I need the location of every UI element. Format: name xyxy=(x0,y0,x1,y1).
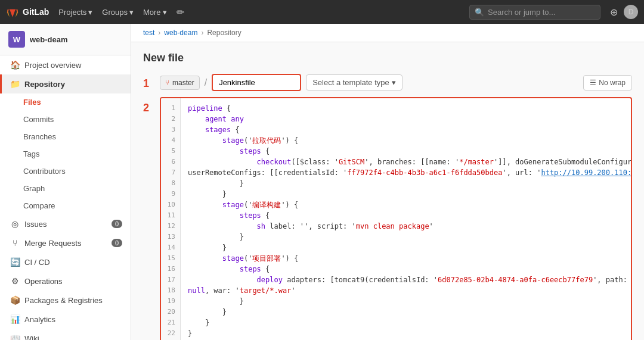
top-navigation: GitLab Projects ▾ Groups ▾ More ▾ ✏ 🔍 ⊕ … xyxy=(0,0,644,24)
gitlab-wordmark: GitLab xyxy=(23,7,49,17)
breadcrumb-test[interactable]: test xyxy=(143,29,154,37)
sidebar-item-cicd[interactable]: 🔄 CI / CD xyxy=(0,252,131,272)
sidebar-item-packages[interactable]: 📦 Packages & Registries xyxy=(0,291,131,310)
chevron-down-icon: ▾ xyxy=(163,8,167,17)
sidebar-sub-label: Files xyxy=(23,98,41,107)
nowrap-icon: ☰ xyxy=(590,79,596,87)
wiki-icon: 📖 xyxy=(10,333,20,340)
operations-icon: ⚙ xyxy=(10,276,20,286)
breadcrumb: test › web-deam › Repository xyxy=(131,24,644,42)
step1-label: 1 xyxy=(143,77,149,90)
code-editor-wrapper: 12345678910111213141516171819202122 pipe… xyxy=(160,97,632,340)
sidebar-item-label: Wiki xyxy=(24,334,39,341)
chevron-icon: ▾ xyxy=(392,78,396,87)
merge-icon: ⑂ xyxy=(10,238,20,248)
sidebar-item-project-overview[interactable]: 🏠 Project overview xyxy=(0,55,131,74)
activity-icon[interactable]: ✏ xyxy=(177,7,184,18)
search-icon: 🔍 xyxy=(475,8,484,17)
sidebar-item-wiki[interactable]: 📖 Wiki xyxy=(0,329,131,340)
sidebar-item-compare[interactable]: Compare xyxy=(0,197,131,214)
issues-badge: 0 xyxy=(112,220,122,228)
sidebar: W web-deam 🏠 Project overview 📁 Reposito… xyxy=(0,24,131,340)
search-input[interactable] xyxy=(488,8,595,17)
line-numbers: 12345678910111213141516171819202122 xyxy=(161,98,181,340)
merge-badge: 0 xyxy=(112,239,122,247)
analytics-icon: 📊 xyxy=(10,314,20,324)
breadcrumb-sep: › xyxy=(158,29,160,37)
chevron-down-icon: ▾ xyxy=(129,8,134,17)
sidebar-item-label: Issues xyxy=(24,220,47,229)
folder-icon: 📁 xyxy=(10,79,20,89)
sidebar-sub-label: Tags xyxy=(23,149,39,158)
branch-row: ⑂ master / Select a template type ▾ ☰ No… xyxy=(160,74,632,91)
sidebar-item-graph[interactable]: Graph xyxy=(0,180,131,197)
more-menu[interactable]: More ▾ xyxy=(143,8,167,17)
step2-label: 2 xyxy=(143,102,149,114)
sidebar-sub-label: Contributors xyxy=(23,167,66,176)
nowrap-label: No wrap xyxy=(599,79,626,87)
sidebar-item-label: Packages & Registries xyxy=(24,296,103,305)
sidebar-sub-label: Graph xyxy=(23,184,45,193)
branch-badge: ⑂ master xyxy=(160,76,200,90)
git-branch-icon: ⑂ xyxy=(165,79,169,87)
sidebar-item-label: CI / CD xyxy=(24,258,50,267)
code-content[interactable]: pipeline { agent any stages { stage('拉取代… xyxy=(181,98,631,340)
sidebar-item-label: Repository xyxy=(24,80,65,89)
page-title: New file xyxy=(143,52,632,64)
sidebar-item-operations[interactable]: ⚙ Operations xyxy=(0,272,131,291)
search-box[interactable]: 🔍 xyxy=(469,5,600,20)
sidebar-item-branches[interactable]: Branches xyxy=(0,128,131,145)
chevron-down-icon: ▾ xyxy=(88,8,92,17)
sidebar-item-files[interactable]: Files xyxy=(0,93,131,111)
cicd-icon: 🔄 xyxy=(10,257,20,267)
main-content: test › web-deam › Repository New file 1 … xyxy=(131,24,644,340)
sidebar-item-label: Operations xyxy=(24,277,63,286)
template-select[interactable]: Select a template type ▾ xyxy=(306,74,402,91)
sidebar-item-tags[interactable]: Tags xyxy=(0,145,131,163)
sidebar-sub-label: Commits xyxy=(23,115,54,124)
sidebar-sub-label: Compare xyxy=(23,201,55,210)
filename-input[interactable] xyxy=(212,74,301,91)
branch-name: master xyxy=(172,79,194,87)
template-label: Select a template type xyxy=(312,78,389,87)
gitlab-logo[interactable]: GitLab xyxy=(6,5,49,18)
sidebar-sub-label: Branches xyxy=(23,132,56,141)
sidebar-item-issues[interactable]: ◎ Issues 0 xyxy=(0,214,131,233)
nowrap-button[interactable]: ☰ No wrap xyxy=(583,75,632,91)
project-header[interactable]: W web-deam xyxy=(0,24,131,55)
sidebar-item-contributors[interactable]: Contributors xyxy=(0,163,131,180)
sidebar-item-analytics[interactable]: 📊 Analytics xyxy=(0,310,131,329)
sidebar-item-label: Project overview xyxy=(24,61,81,70)
packages-icon: 📦 xyxy=(10,295,20,305)
new-item-icon[interactable]: ⊕ xyxy=(610,7,618,18)
project-avatar: W xyxy=(8,31,25,48)
project-name: web-deam xyxy=(30,35,68,44)
code-editor[interactable]: 12345678910111213141516171819202122 pipe… xyxy=(161,98,631,340)
breadcrumb-sep2: › xyxy=(201,29,203,37)
sidebar-item-label: Analytics xyxy=(24,315,55,324)
sidebar-item-label: Merge Requests xyxy=(24,239,81,248)
sidebar-item-merge-requests[interactable]: ⑂ Merge Requests 0 xyxy=(0,233,131,252)
breadcrumb-project[interactable]: web-deam xyxy=(164,29,197,37)
projects-menu[interactable]: Projects ▾ xyxy=(58,8,92,17)
user-avatar[interactable]: D xyxy=(624,5,638,19)
groups-menu[interactable]: Groups ▾ xyxy=(102,8,134,17)
sidebar-item-repository[interactable]: 📁 Repository xyxy=(0,74,131,93)
home-icon: 🏠 xyxy=(10,60,20,70)
sidebar-item-commits[interactable]: Commits xyxy=(0,111,131,128)
breadcrumb-current: Repository xyxy=(207,29,241,37)
branch-slash: / xyxy=(205,77,207,88)
issues-icon: ◎ xyxy=(10,219,20,229)
